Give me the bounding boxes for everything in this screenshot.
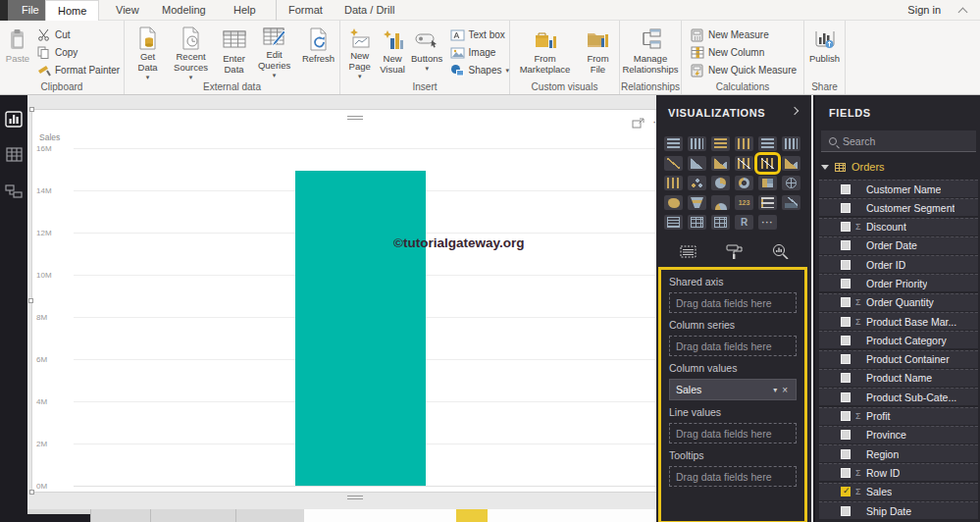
visual-type-scatter-chart[interactable] [688, 176, 706, 190]
sign-in-button[interactable]: Sign in [907, 0, 941, 21]
visual-type-multi-row-card[interactable] [758, 195, 777, 210]
field-checkbox[interactable] [841, 354, 851, 364]
fields-search-input[interactable]: Search [821, 130, 976, 152]
field-checkbox[interactable] [841, 222, 851, 232]
tab-format[interactable] [726, 244, 743, 259]
resize-handle[interactable] [29, 107, 34, 112]
new-column-button[interactable]: New Column [690, 45, 797, 60]
visual-type-clustered-bar-chart[interactable] [711, 136, 730, 151]
visual-type-map[interactable] [782, 176, 800, 190]
field-checkbox[interactable] [841, 506, 851, 516]
visual-type-line-chart[interactable] [664, 156, 683, 171]
field-row-customer-segment[interactable]: Customer Segment [819, 198, 978, 216]
column-series-dropzone[interactable]: Drag data fields here [669, 336, 797, 356]
format-painter-button[interactable]: Format Painter [36, 63, 120, 78]
tab-home[interactable]: Home [45, 0, 99, 21]
new-quick-measure-button[interactable]: New Quick Measure [690, 63, 797, 78]
field-checkbox[interactable] [841, 279, 851, 288]
field-checkbox[interactable] [841, 392, 851, 402]
recent-sources-button[interactable]: Recent Sources [167, 24, 215, 78]
table-node-orders[interactable]: Orders [821, 158, 885, 176]
field-checkbox[interactable] [841, 449, 851, 459]
visual-type-kpi[interactable] [782, 195, 800, 210]
tab-data-drill[interactable]: Data / Drill [333, 0, 406, 21]
visual-type-gauge[interactable] [711, 195, 730, 210]
combo-chart-visual[interactable]: ··· Sales 16M 14M 12M 10M 8M 6M 4M 2M [32, 110, 678, 492]
resize-handle[interactable] [28, 298, 33, 303]
visual-type-100-stacked-column-chart[interactable] [782, 136, 800, 151]
data-view-button[interactable] [4, 144, 24, 164]
field-row-order-date[interactable]: Order Date [819, 236, 978, 254]
copy-button[interactable]: Copy [36, 45, 120, 60]
field-checkbox[interactable] [841, 430, 851, 440]
visual-type-donut-chart[interactable] [735, 176, 753, 190]
field-row-ship-date[interactable]: Ship Date [819, 501, 978, 519]
field-row-customer-name[interactable]: Customer Name [819, 180, 978, 197]
get-data-button[interactable]: Get Data [130, 24, 165, 78]
field-row-order-id[interactable]: Order ID [819, 255, 978, 273]
field-dropdown-caret-icon[interactable]: ▾ [770, 386, 780, 394]
new-page-button[interactable]: New Page [344, 24, 375, 78]
shapes-button[interactable]: Shapes [450, 63, 509, 78]
visual-type-r-script[interactable]: R [735, 215, 753, 230]
image-button[interactable]: Image [450, 45, 509, 60]
field-row-order-quantity[interactable]: ΣOrder Quantity [819, 293, 978, 311]
tab-help[interactable]: Help [222, 0, 268, 21]
visual-type-stacked-column-chart[interactable] [688, 136, 706, 151]
enter-data-button[interactable]: Enter Data [217, 24, 251, 78]
visual-type-waterfall-chart[interactable] [664, 176, 683, 190]
field-row-row-id[interactable]: ΣRow ID [819, 463, 978, 481]
tab-analytics[interactable] [772, 243, 789, 259]
refresh-button[interactable]: Refresh [297, 24, 339, 78]
field-checkbox[interactable] [841, 240, 851, 250]
field-checkbox[interactable] [841, 317, 851, 327]
field-row-province[interactable]: Province [819, 426, 978, 444]
tab-fields-wells[interactable] [680, 245, 696, 258]
visual-drag-handle[interactable] [347, 116, 363, 120]
manage-relationships-button[interactable]: Manage Relationships [621, 24, 680, 78]
visual-type-clustered-column-chart[interactable] [735, 136, 753, 151]
field-row-profit[interactable]: ΣProfit [819, 407, 978, 425]
field-checkbox[interactable] [841, 468, 851, 478]
visual-type-card[interactable]: 123 [735, 195, 753, 210]
field-checkbox[interactable] [841, 184, 851, 194]
sales-column-bar[interactable] [295, 171, 426, 486]
paste-button[interactable]: Paste [3, 24, 32, 78]
report-canvas[interactable]: ··· Sales 16M 14M 12M 10M 8M 6M 4M 2M [27, 95, 684, 522]
field-row-region[interactable]: Region [819, 444, 978, 462]
field-row-sales[interactable]: ΣSales [819, 483, 978, 500]
visual-type-table[interactable] [688, 215, 706, 230]
tab-modeling[interactable]: Modeling [150, 0, 218, 21]
field-checkbox[interactable] [841, 336, 851, 345]
collapse-ribbon-icon[interactable] [958, 8, 968, 18]
field-row-order-priority[interactable]: Order Priority [819, 274, 978, 291]
visual-type-line-and-clustered-column-chart[interactable] [758, 156, 777, 171]
canvas-bottom-scrollbar[interactable] [27, 509, 684, 522]
field-row-product-base-margin[interactable]: ΣProduct Base Mar... [819, 312, 978, 330]
model-view-button[interactable] [4, 182, 24, 201]
publish-button[interactable]: Publish [805, 24, 845, 78]
visual-type-pie-chart[interactable] [711, 176, 730, 190]
field-row-discount[interactable]: ΣDiscount [819, 218, 978, 235]
visual-type-stacked-bar-chart[interactable] [664, 136, 683, 151]
field-row-product-category[interactable]: Product Category [819, 331, 978, 348]
shared-axis-dropzone[interactable]: Drag data fields here [669, 292, 797, 313]
cut-button[interactable]: Cut [36, 27, 120, 42]
buttons-button[interactable]: Buttons [410, 24, 444, 78]
visual-type-area-chart[interactable] [688, 156, 706, 171]
visual-type-funnel[interactable] [688, 195, 706, 210]
field-checkbox[interactable] [841, 411, 851, 421]
new-measure-button[interactable]: New Measure [690, 27, 797, 42]
expand-collapse-icon[interactable] [821, 165, 829, 170]
field-checkbox[interactable] [841, 203, 851, 213]
field-checkbox-checked[interactable] [841, 487, 851, 496]
report-view-button[interactable] [4, 109, 24, 129]
more-visuals-button[interactable]: ··· [758, 215, 777, 230]
visual-type-100-stacked-bar-chart[interactable] [758, 136, 777, 151]
line-values-dropzone[interactable]: Drag data fields here [669, 423, 797, 444]
field-row-product-name[interactable]: Product Name [819, 369, 978, 387]
visual-type-stacked-area-chart[interactable] [711, 156, 730, 171]
focus-mode-icon[interactable] [632, 118, 645, 129]
tooltips-dropzone[interactable]: Drag data fields here [669, 466, 797, 487]
field-checkbox[interactable] [841, 297, 851, 307]
